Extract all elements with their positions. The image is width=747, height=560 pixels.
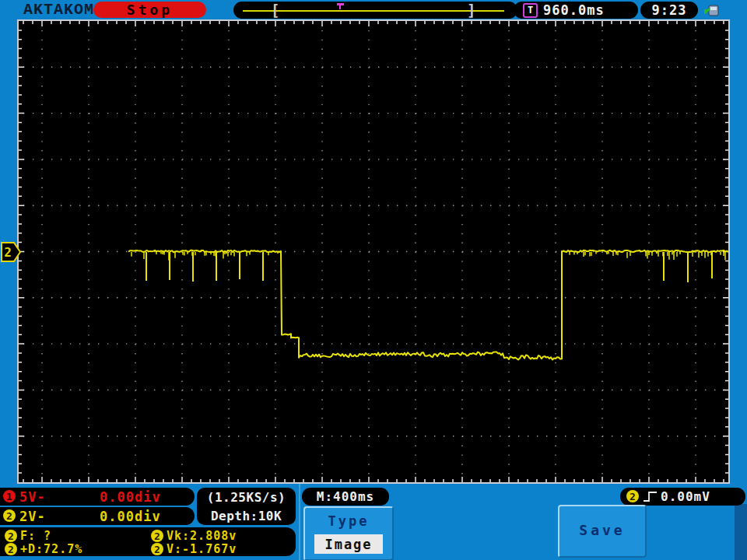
measurement-vk: 2 Vk:2.808v	[151, 529, 291, 543]
trigger-level-pill: 2 0.00mV	[620, 488, 745, 506]
rising-edge-icon	[643, 490, 658, 503]
ch2-offset-value: 0.00div	[100, 507, 161, 525]
acquisition-status-badge: Stop	[93, 2, 206, 18]
sample-rate-value: (1.25KS/s)	[197, 488, 296, 506]
footer-panel: 1 5V- 0.00div 2 2V- 0.00div (1.25KS/s) D…	[0, 484, 747, 560]
trigger-source-badge: 2	[626, 490, 639, 502]
meas-ch-badge: 2	[151, 530, 163, 542]
ch1-info-box: 1 5V- 0.00div	[0, 488, 195, 506]
graticule-and-trace	[19, 21, 728, 482]
ch2-scale-label: 2V-	[19, 507, 46, 525]
meas-ch-badge: 2	[5, 530, 17, 542]
meas-text: F: ?	[20, 529, 51, 543]
meas-text: +D:72.7%	[20, 542, 82, 556]
window-right-bracket: ]	[467, 2, 475, 19]
svg-text:2: 2	[4, 245, 12, 260]
brand-logo: AKTAKOM	[23, 0, 94, 19]
ch1-badge: 1	[3, 490, 16, 502]
usb-device-icon	[703, 2, 720, 18]
record-position-bar: [ ]	[233, 2, 517, 19]
menu-separator	[299, 484, 300, 560]
window-left-bracket: [	[271, 2, 279, 19]
meas-ch-badge: 2	[151, 543, 163, 555]
measurement-frequency: 2 F: ?	[5, 529, 145, 543]
ch2-info-box: 2 2V- 0.00div	[0, 507, 195, 525]
record-length-line	[243, 10, 504, 12]
meas-text: V:-1.767v	[167, 542, 237, 556]
top-status-bar: AKTAKOM Stop [ ] T 960.0ms 9:23	[0, 0, 747, 19]
timebase-pill: M:400ms	[302, 488, 389, 506]
measurement-duty: 2 +D:72.7%	[5, 542, 145, 556]
menu-type-selected-value[interactable]: Image	[314, 534, 383, 554]
ch2-badge: 2	[3, 509, 16, 522]
meas-ch-badge: 2	[5, 543, 17, 555]
measurements-box: 2 F: ? 2 Vk:2.808v 2 +D:72.7% 2 V:-1.767…	[0, 527, 296, 556]
waveform-display	[17, 19, 730, 484]
trigger-icon: T	[523, 3, 538, 18]
measurement-voltage: 2 V:-1.767v	[151, 542, 291, 556]
ch1-offset-value: 0.00div	[100, 488, 161, 506]
memory-depth-value: Depth:10K	[197, 506, 296, 525]
meas-text: Vk:2.808v	[167, 529, 237, 543]
trigger-time-pill: T 960.0ms	[514, 2, 638, 19]
save-button[interactable]: Save	[558, 505, 647, 558]
trigger-time-value: 960.0ms	[543, 2, 605, 19]
trigger-level-value: 0.00mV	[661, 488, 710, 506]
trigger-position-marker[interactable]	[337, 3, 344, 5]
ch1-scale-label: 5V-	[19, 488, 46, 506]
menu-type-panel[interactable]: Type Image	[303, 506, 394, 560]
channel2-level-marker[interactable]: 2	[1, 242, 21, 263]
clock: 9:23	[640, 2, 698, 19]
acquisition-info-box: (1.25KS/s) Depth:10K	[197, 488, 296, 525]
menu-shadow-strip	[735, 504, 747, 560]
menu-type-title: Type	[305, 513, 392, 529]
